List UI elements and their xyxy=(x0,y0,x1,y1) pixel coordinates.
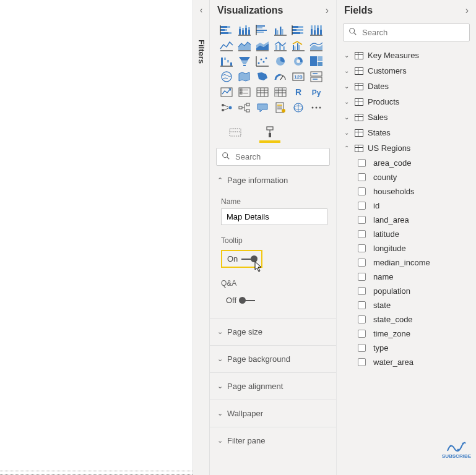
section-page-information[interactable]: ⌃ Page information xyxy=(210,169,336,191)
line-chart-icon[interactable] xyxy=(219,39,235,53)
pie-chart-icon[interactable] xyxy=(272,54,288,68)
chevron-right-icon[interactable]: › xyxy=(326,5,329,16)
field-state_code[interactable]: state_code xyxy=(337,312,476,327)
field-checkbox[interactable] xyxy=(358,315,366,323)
field-checkbox[interactable] xyxy=(358,244,366,252)
format-tab[interactable] xyxy=(262,123,278,142)
field-checkbox[interactable] xyxy=(358,259,366,267)
field-county[interactable]: county xyxy=(337,170,476,184)
multi-row-card-icon[interactable] xyxy=(308,70,324,83)
field-latitude[interactable]: latitude xyxy=(337,227,476,241)
gauge-icon[interactable] xyxy=(272,70,288,83)
filters-pane-collapsed[interactable]: ‹ Filters xyxy=(193,0,210,475)
map-icon[interactable] xyxy=(219,70,235,83)
hundred-percent-stacked-column-icon[interactable] xyxy=(308,24,324,37)
section-page-background[interactable]: ⌄ Page background xyxy=(210,348,336,370)
report-canvas[interactable] xyxy=(0,0,193,475)
key-influencers-icon[interactable] xyxy=(219,101,235,114)
r-script-visual-icon[interactable]: R xyxy=(290,85,306,99)
stacked-area-chart-icon[interactable] xyxy=(254,39,270,53)
area-chart-icon[interactable] xyxy=(236,39,253,53)
table-states[interactable]: ⌄States xyxy=(337,125,476,140)
table-icon[interactable] xyxy=(254,85,270,99)
table-us-regions[interactable]: ⌃US Regions xyxy=(337,140,476,156)
tooltip-state: On xyxy=(227,254,238,263)
table-name: Customers xyxy=(368,66,407,75)
table-customers[interactable]: ⌄Customers xyxy=(337,63,476,79)
ribbon-chart-icon[interactable] xyxy=(308,39,324,53)
field-checkbox[interactable] xyxy=(358,287,366,295)
svg-rect-16 xyxy=(256,25,265,27)
clustered-column-chart-icon[interactable] xyxy=(272,24,288,37)
python-visual-icon[interactable]: Py xyxy=(308,85,324,99)
section-page-alignment[interactable]: ⌄ Page alignment xyxy=(210,375,336,397)
svg-line-136 xyxy=(227,157,230,160)
field-checkbox[interactable] xyxy=(358,330,366,338)
waterfall-chart-icon[interactable] xyxy=(219,54,235,68)
line-stacked-column-chart-icon[interactable] xyxy=(272,39,288,53)
field-area_code[interactable]: area_code xyxy=(337,156,476,170)
decomposition-tree-icon[interactable] xyxy=(236,101,253,114)
table-products[interactable]: ⌄Products xyxy=(337,94,476,109)
field-checkbox[interactable] xyxy=(358,187,366,195)
format-search-input[interactable] xyxy=(235,152,339,161)
tooltip-label: Tooltip xyxy=(221,236,327,245)
table-key-measures[interactable]: ⌄Key Measures xyxy=(337,48,476,63)
card-icon[interactable]: 123 xyxy=(290,70,306,83)
treemap-icon[interactable] xyxy=(308,54,324,68)
section-page-size[interactable]: ⌄ Page size xyxy=(210,321,336,343)
fields-search-box[interactable] xyxy=(343,24,470,41)
field-longitude[interactable]: longitude xyxy=(337,241,476,255)
chevron-right-icon[interactable]: › xyxy=(465,5,469,16)
field-water_area[interactable]: water_area xyxy=(337,355,476,369)
section-filter-pane[interactable]: ⌄ Filter pane xyxy=(210,430,336,451)
donut-chart-icon[interactable] xyxy=(290,54,306,68)
format-search-box[interactable] xyxy=(216,148,330,166)
field-checkbox[interactable] xyxy=(358,202,366,210)
filled-map-icon[interactable] xyxy=(236,70,253,83)
section-label: Page background xyxy=(227,354,290,364)
field-checkbox[interactable] xyxy=(358,173,366,181)
field-checkbox[interactable] xyxy=(358,273,366,281)
field-population[interactable]: population xyxy=(337,284,476,298)
matrix-icon[interactable] xyxy=(272,85,288,99)
chevron-left-icon[interactable]: ‹ xyxy=(200,5,203,15)
field-checkbox[interactable] xyxy=(358,358,366,366)
tooltip-toggle[interactable]: On xyxy=(221,250,262,268)
qa-toggle[interactable]: Off xyxy=(221,293,260,308)
stacked-bar-chart-icon[interactable] xyxy=(219,24,235,37)
slicer-icon[interactable] xyxy=(236,85,253,99)
field-median_income[interactable]: median_income xyxy=(337,255,476,270)
field-checkbox[interactable] xyxy=(358,159,366,167)
clustered-bar-chart-icon[interactable] xyxy=(254,24,270,37)
fields-tab[interactable] xyxy=(227,123,243,142)
field-checkbox[interactable] xyxy=(358,344,366,352)
field-checkbox[interactable] xyxy=(358,230,366,238)
hundred-percent-stacked-bar-icon[interactable] xyxy=(290,24,306,37)
shape-map-icon[interactable] xyxy=(254,70,270,83)
fields-search-input[interactable] xyxy=(362,28,466,37)
scatter-chart-icon[interactable] xyxy=(254,54,270,68)
page-name-input[interactable] xyxy=(221,208,327,225)
more-visuals-icon[interactable] xyxy=(308,101,324,114)
paginated-report-icon[interactable] xyxy=(272,101,288,114)
table-dates[interactable]: ⌄Dates xyxy=(337,79,476,94)
qna-visual-icon[interactable] xyxy=(254,101,270,114)
funnel-chart-icon[interactable] xyxy=(236,54,253,68)
table-sales[interactable]: ⌄Sales xyxy=(337,109,476,125)
line-clustered-column-chart-icon[interactable] xyxy=(290,39,306,53)
stacked-column-chart-icon[interactable] xyxy=(236,24,253,37)
svg-point-129 xyxy=(319,107,321,109)
field-time_zone[interactable]: time_zone xyxy=(337,327,476,341)
field-checkbox[interactable] xyxy=(358,216,366,224)
field-land_area[interactable]: land_area xyxy=(337,213,476,227)
section-wallpaper[interactable]: ⌄ Wallpaper xyxy=(210,403,336,424)
field-households[interactable]: households xyxy=(337,184,476,199)
field-state[interactable]: state xyxy=(337,298,476,312)
field-name[interactable]: name xyxy=(337,270,476,284)
field-type[interactable]: type xyxy=(337,341,476,355)
kpi-icon[interactable] xyxy=(219,85,235,99)
arcgis-map-icon[interactable] xyxy=(290,101,306,114)
field-checkbox[interactable] xyxy=(358,301,366,309)
field-id[interactable]: id xyxy=(337,199,476,213)
